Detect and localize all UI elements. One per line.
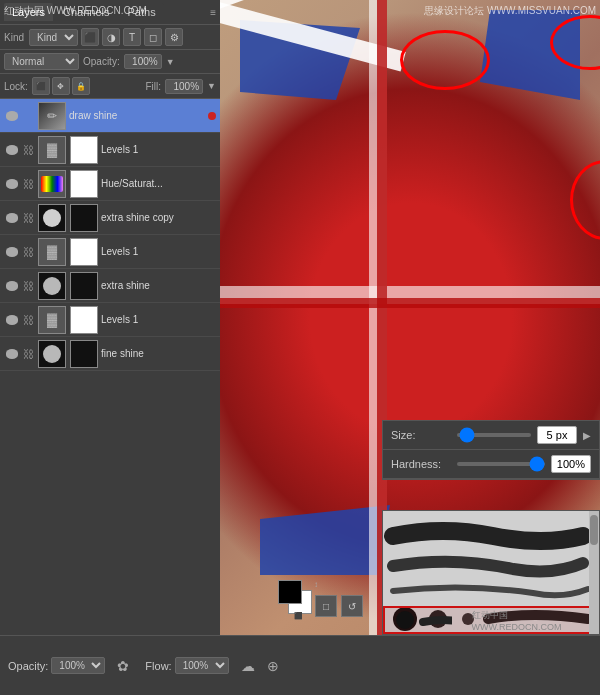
flow-select[interactable]: 100%	[175, 657, 229, 674]
layer-visibility-toggle[interactable]	[4, 281, 20, 291]
layer-thumbnail	[38, 272, 66, 300]
fill-label: Fill:	[146, 81, 162, 92]
filter-smart-icon[interactable]: ⚙	[165, 28, 183, 46]
status-bar: Opacity: 100% ✿ Flow: 100% ☁ ⊕	[0, 635, 600, 695]
brush-options-panel: Size: 5 px ▶ Hardness: 100%	[382, 420, 600, 480]
layer-thumbnail: ▓▓▓▓	[38, 306, 66, 334]
brush-size-label: Size:	[391, 429, 451, 441]
layer-mask-thumb	[70, 272, 98, 300]
fill-input[interactable]	[165, 79, 203, 94]
layer-item[interactable]: ⛓ ▓▓▓▓ Levels 1	[0, 235, 220, 269]
foreground-color-swatch[interactable]	[278, 580, 302, 604]
color-swatches[interactable]: ↕ ⬛	[278, 580, 318, 620]
brush-hardness-value[interactable]: 100%	[551, 455, 591, 473]
layer-item[interactable]: ⛓ Hue/Saturat...	[0, 167, 220, 201]
layer-name: Levels 1	[101, 246, 216, 257]
layer-visibility-toggle[interactable]	[4, 349, 20, 359]
airbrush-toggle[interactable]: ☁	[241, 658, 255, 674]
layer-name: fine shine	[101, 348, 216, 359]
layer-item[interactable]: ⛓ ▓▓▓▓ Levels 1	[0, 303, 220, 337]
layer-chain-icon: ⛓	[23, 246, 35, 258]
layer-name: draw shine	[69, 110, 205, 121]
watermark-left: 红动中国 WWW.REDOCN.COM	[4, 4, 147, 18]
brush-hardness-slider[interactable]	[457, 462, 545, 466]
layer-visibility-toggle[interactable]	[4, 145, 20, 155]
layer-chain-icon: ⛓	[23, 280, 35, 292]
opacity-input[interactable]	[124, 54, 162, 69]
layer-chain-icon: ⛓	[23, 314, 35, 326]
brush-hardness-row: Hardness: 100%	[383, 450, 599, 478]
filter-pixel-icon[interactable]: ⬛	[81, 28, 99, 46]
layer-mask-thumb	[70, 136, 98, 164]
layer-thumbnail: ✏	[38, 102, 66, 130]
brush-hardness-label: Hardness:	[391, 458, 451, 470]
layer-mask-thumb	[70, 306, 98, 334]
layer-list: ✏ draw shine ⛓ ▓▓▓▓ Levels 1 ⛓ Hue/Satur…	[0, 99, 220, 670]
opacity-label: Opacity:	[8, 660, 48, 672]
lock-icons: ⬛ ✥ 🔒	[32, 77, 90, 95]
filter-type-icon[interactable]: T	[123, 28, 141, 46]
kind-label: Kind	[4, 32, 24, 43]
layers-panel: Layers Channels Paths ≡ Kind Kind ⬛ ◑ T …	[0, 0, 220, 695]
layer-mask-thumb	[70, 170, 98, 198]
lock-all-icon[interactable]: 🔒	[72, 77, 90, 95]
reset-colors-icon[interactable]: ⬛	[294, 612, 303, 620]
lock-fill-toolbar: Lock: ⬛ ✥ 🔒 Fill: ▼	[0, 74, 220, 99]
layer-item[interactable]: ⛓ extra shine	[0, 269, 220, 303]
layer-item[interactable]: ⛓ ▓▓▓▓ Levels 1	[0, 133, 220, 167]
layer-name: Levels 1	[101, 144, 216, 155]
flow-control: Flow: 100%	[145, 657, 228, 674]
layer-name: Hue/Saturat...	[101, 178, 216, 189]
layer-item[interactable]: ⛓ fine shine	[0, 337, 220, 371]
tablet-pressure-btn[interactable]: ⊕	[267, 658, 279, 674]
opacity-arrow[interactable]: ▼	[166, 57, 175, 67]
brush-size-slider[interactable]	[457, 433, 531, 437]
kind-select[interactable]: Kind	[29, 29, 78, 46]
lock-position-icon[interactable]: ✥	[52, 77, 70, 95]
brush-size-row: Size: 5 px ▶	[383, 421, 599, 449]
screen-mode-btn[interactable]: ↺	[341, 595, 363, 617]
blend-mode-select[interactable]: Normal Multiply Screen Overlay	[4, 53, 79, 70]
layer-chain-icon: ⛓	[23, 212, 35, 224]
layer-thumbnail: ▓▓▓▓	[38, 136, 66, 164]
watermark-right: 思缘设计论坛 WWW.MISSVUAN.COM	[424, 4, 596, 18]
panel-menu-icon[interactable]: ≡	[210, 7, 216, 18]
layer-thumbnail	[38, 170, 66, 198]
layer-mask-thumb	[70, 340, 98, 368]
layer-visibility-toggle[interactable]	[4, 179, 20, 189]
brush-size-expand[interactable]: ▶	[583, 430, 591, 441]
brush-size-value[interactable]: 5 px	[537, 426, 577, 444]
kind-toolbar: Kind Kind ⬛ ◑ T ◻ ⚙	[0, 25, 220, 50]
blend-opacity-toolbar: Normal Multiply Screen Overlay Opacity: …	[0, 50, 220, 74]
layer-name: extra shine	[101, 280, 216, 291]
layer-mask-thumb	[70, 204, 98, 232]
lock-pixels-icon[interactable]: ⬛	[32, 77, 50, 95]
layer-item[interactable]: ⛓ extra shine copy	[0, 201, 220, 235]
flow-label: Flow:	[145, 660, 171, 672]
layer-chain-icon: ⛓	[23, 178, 35, 190]
layer-name: extra shine copy	[101, 212, 216, 223]
airbrush-icon[interactable]: ✿	[117, 658, 129, 674]
layer-visibility-toggle[interactable]	[4, 247, 20, 257]
layer-name: Levels 1	[101, 314, 216, 325]
layer-thumbnail: ▓▓▓▓	[38, 238, 66, 266]
quick-mask-btn[interactable]: □	[315, 595, 337, 617]
layer-thumbnail	[38, 204, 66, 232]
brush-selected-indicator: 红动中国 WWW.REDOCN.COM	[383, 606, 599, 634]
layer-visibility-toggle[interactable]	[4, 213, 20, 223]
brush-presets-panel: 红动中国 WWW.REDOCN.COM	[382, 510, 600, 635]
brush-presets-scrollbar[interactable]	[589, 511, 599, 634]
filter-shape-icon[interactable]: ◻	[144, 28, 162, 46]
layer-mask-thumb	[70, 238, 98, 266]
fill-arrow[interactable]: ▼	[207, 81, 216, 91]
layer-visibility-toggle[interactable]	[4, 315, 20, 325]
layer-chain-icon: ⛓	[23, 144, 35, 156]
layer-thumbnail	[38, 340, 66, 368]
layer-item[interactable]: ✏ draw shine	[0, 99, 220, 133]
opacity-select[interactable]: 100%	[51, 657, 105, 674]
layer-visibility-toggle[interactable]	[4, 111, 20, 121]
swap-colors-icon[interactable]: ↕	[314, 580, 318, 589]
filter-adj-icon[interactable]: ◑	[102, 28, 120, 46]
svg-point-3	[396, 611, 414, 629]
opacity-control: Opacity: 100%	[8, 657, 105, 674]
